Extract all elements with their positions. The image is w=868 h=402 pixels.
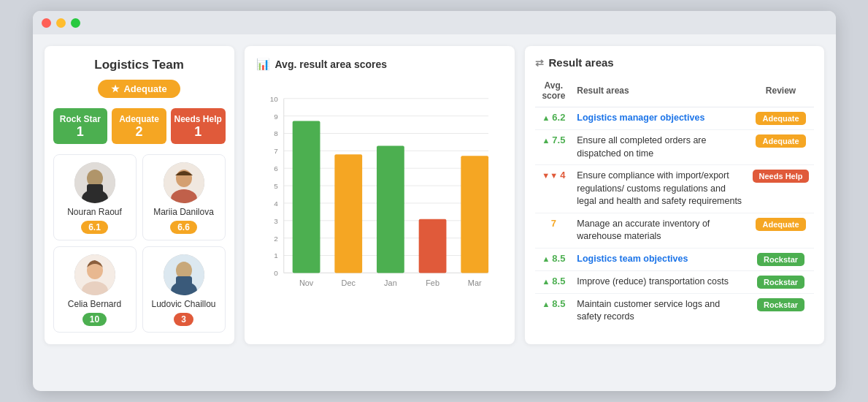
- svg-text:10: 10: [269, 95, 278, 103]
- chart-icon: 📊: [256, 58, 270, 71]
- table-row: ▲ 6.2Logistics manager objectivesAdequat…: [535, 107, 814, 130]
- member-card-celia[interactable]: Celia Bernard 10: [53, 246, 137, 333]
- member-card-mariia[interactable]: Mariia Danilova 6.6: [142, 154, 226, 240]
- col-avg-score: Avg. score: [535, 77, 573, 107]
- svg-text:2: 2: [274, 235, 278, 243]
- team-rating-label: Adequate: [123, 83, 166, 94]
- area-name-text[interactable]: Logistics team objectives: [577, 253, 743, 266]
- member-score-nouran: 6.1: [81, 221, 108, 234]
- member-grid: Nouran Raouf 6.1 Mariia Danilova 6.: [53, 154, 226, 333]
- table-row: ▲ 8.5Improve (reduce) transportation cos…: [535, 270, 814, 293]
- review-cell: Adequate: [748, 130, 814, 165]
- maximize-button[interactable]: [71, 18, 80, 28]
- stat-adequate-count: 2: [115, 124, 164, 140]
- member-score-ludovic: 3: [174, 313, 193, 326]
- review-badge[interactable]: Rockstar: [757, 298, 804, 311]
- col-review: Review: [748, 77, 814, 107]
- stat-needs-help-label: Needs Help: [174, 114, 223, 124]
- svg-text:0: 0: [274, 269, 278, 277]
- svg-text:9: 9: [274, 113, 278, 121]
- avatar-celia: [74, 254, 115, 295]
- bar-chart-svg: 0 1 2 3 4 5 6 7 8 9 10: [256, 80, 503, 314]
- table-row: ▲ 8.5Logistics team objectivesRockstar: [535, 248, 814, 270]
- stat-rockstar: Rock Star 1: [53, 108, 108, 144]
- chart-area: 0 1 2 3 4 5 6 7 8 9 10: [256, 80, 503, 337]
- svg-text:Feb: Feb: [426, 278, 439, 287]
- close-button[interactable]: [42, 18, 51, 28]
- svg-rect-38: [292, 121, 320, 273]
- member-score-celia: 10: [82, 313, 107, 326]
- score-cell: 7: [535, 213, 573, 248]
- stats-row: Rock Star 1 Adequate 2 Needs Help 1: [53, 108, 226, 144]
- star-icon: ★: [111, 83, 120, 94]
- right-panel: ⇄ Result areas Avg. score Result areas R…: [525, 46, 824, 344]
- review-cell: Adequate: [748, 213, 814, 248]
- svg-text:Nov: Nov: [299, 278, 313, 287]
- result-areas-title: ⇄ Result areas: [535, 56, 814, 69]
- svg-text:Jan: Jan: [384, 278, 397, 287]
- stat-adequate-label: Adequate: [115, 114, 164, 124]
- minimize-button[interactable]: [56, 18, 66, 28]
- chart-title: 📊 Avg. result area scores: [256, 58, 503, 71]
- score-cell: ▲ 8.5: [535, 270, 573, 293]
- review-badge[interactable]: Adequate: [756, 218, 805, 231]
- member-name-ludovic: Ludovic Chaillou: [151, 299, 215, 309]
- team-title: Logistics Team: [53, 58, 226, 72]
- svg-text:6: 6: [274, 164, 278, 172]
- member-score-mariia: 6.6: [170, 221, 197, 234]
- result-table: Avg. score Result areas Review ▲ 6.2Logi…: [535, 77, 814, 328]
- area-name-text: Maintain customer service logs and safet…: [577, 298, 743, 324]
- review-cell: Rockstar: [748, 270, 814, 293]
- stat-needs-help: Needs Help 1: [171, 108, 226, 144]
- svg-text:Dec: Dec: [341, 278, 356, 287]
- result-areas-title-text: Result areas: [549, 56, 614, 69]
- result-icon: ⇄: [535, 57, 544, 69]
- avatar-mariia: [164, 162, 204, 203]
- area-name-cell[interactable]: Logistics team objectives: [572, 248, 748, 270]
- svg-text:7: 7: [274, 147, 278, 155]
- review-cell: Rockstar: [748, 293, 814, 328]
- review-badge[interactable]: Rockstar: [757, 276, 804, 289]
- avatar-nouran: [74, 162, 115, 203]
- member-card-nouran[interactable]: Nouran Raouf 6.1: [53, 154, 137, 240]
- member-card-ludovic[interactable]: Ludovic Chaillou 3: [142, 246, 226, 333]
- main-window: Logistics Team ★ Adequate Rock Star 1 Ad…: [33, 11, 836, 391]
- svg-text:1: 1: [274, 252, 278, 260]
- svg-text:8: 8: [274, 129, 278, 137]
- team-rating-badge: ★ Adequate: [98, 80, 180, 98]
- area-name-text[interactable]: Logistics manager objectives: [577, 112, 743, 125]
- stat-needs-help-count: 1: [174, 124, 223, 140]
- score-cell: ▲ 6.2: [535, 107, 573, 130]
- stat-rockstar-label: Rock Star: [56, 114, 105, 124]
- area-name-cell: Ensure compliance with import/export reg…: [572, 165, 748, 213]
- titlebar: [33, 11, 836, 34]
- table-row: ▲ 7.5Ensure all completed orders are dis…: [535, 130, 814, 165]
- area-name-text: Ensure compliance with import/export reg…: [577, 170, 743, 208]
- svg-text:Mar: Mar: [467, 278, 481, 287]
- svg-rect-3: [87, 184, 103, 194]
- middle-panel: 📊 Avg. result area scores: [245, 46, 515, 344]
- table-row: ▼▼ 4Ensure compliance with import/export…: [535, 165, 814, 213]
- svg-text:3: 3: [274, 217, 278, 225]
- score-cell: ▲ 8.5: [535, 248, 573, 270]
- review-badge[interactable]: Rockstar: [757, 253, 804, 266]
- area-name-cell: Maintain customer service logs and safet…: [572, 293, 748, 328]
- review-badge[interactable]: Adequate: [756, 134, 805, 148]
- area-name-text: Ensure all completed orders are dispatch…: [577, 134, 743, 160]
- member-name-mariia: Mariia Danilova: [153, 207, 214, 217]
- area-name-text: Improve (reduce) transportation costs: [577, 276, 743, 289]
- score-cell: ▼▼ 4: [535, 165, 573, 213]
- main-content: Logistics Team ★ Adequate Rock Star 1 Ad…: [33, 34, 836, 356]
- svg-rect-41: [418, 219, 446, 273]
- area-name-text: Manage an accurate inventory of warehous…: [577, 218, 743, 243]
- area-name-cell[interactable]: Logistics manager objectives: [572, 107, 748, 130]
- review-badge[interactable]: Needs Help: [753, 170, 810, 183]
- svg-rect-13: [176, 276, 192, 287]
- review-cell: Needs Help: [748, 165, 814, 213]
- review-badge[interactable]: Adequate: [756, 112, 805, 125]
- svg-rect-42: [461, 156, 488, 273]
- review-cell: Rockstar: [748, 248, 814, 270]
- svg-text:5: 5: [274, 182, 278, 190]
- member-name-celia: Celia Bernard: [68, 299, 121, 309]
- area-name-cell: Manage an accurate inventory of warehous…: [572, 213, 748, 248]
